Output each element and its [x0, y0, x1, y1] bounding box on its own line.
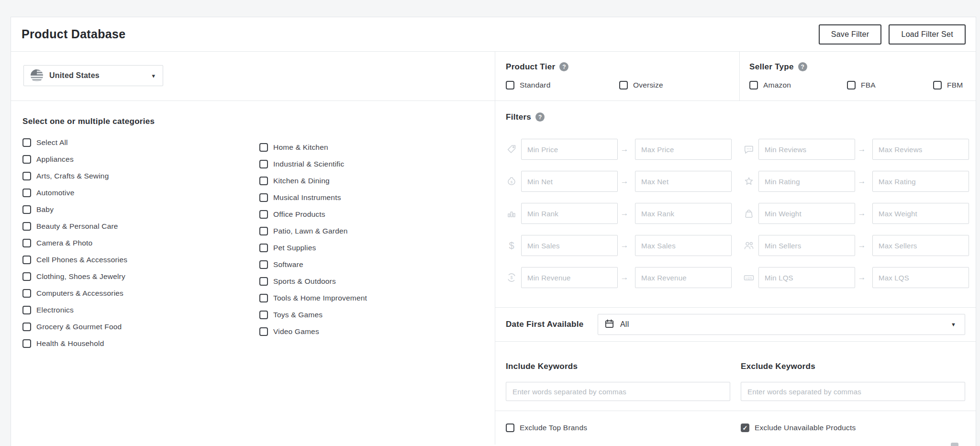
- tier-oversize-checkbox[interactable]: [619, 81, 628, 89]
- sales-filter-row: $ →: [506, 235, 728, 256]
- max-price-input[interactable]: [635, 139, 732, 160]
- max-reviews-input[interactable]: [872, 139, 969, 160]
- arrow-right-icon: →: [855, 145, 869, 154]
- category-checkbox-c2-5[interactable]: [259, 227, 268, 235]
- category-checkbox-12[interactable]: [22, 339, 31, 348]
- category-item-c2-0[interactable]: Home & Kitchen: [259, 143, 367, 152]
- save-filter-button[interactable]: Save Filter: [819, 24, 882, 45]
- category-item-7[interactable]: Cell Phones & Accessories: [22, 256, 259, 264]
- min-rank-input[interactable]: [521, 203, 618, 224]
- product-database-card: Product Database Save Filter Load Filter…: [11, 17, 976, 446]
- max-lqs-input[interactable]: [872, 267, 969, 288]
- category-checkbox-5[interactable]: [22, 222, 31, 231]
- category-item-8[interactable]: Clothing, Shoes & Jewelry: [22, 272, 259, 281]
- category-item-12[interactable]: Health & Household: [22, 339, 259, 348]
- keywords-block: Include Keywords Exclude Keywords: [495, 342, 976, 411]
- tier-oversize-option[interactable]: Oversize: [619, 81, 663, 89]
- category-checkbox-4[interactable]: [22, 205, 31, 214]
- category-checkbox-10[interactable]: [22, 306, 31, 314]
- max-revenue-input[interactable]: [635, 267, 732, 288]
- category-checkbox-c2-4[interactable]: [259, 210, 268, 219]
- category-item-c2-1[interactable]: Industrial & Scientific: [259, 160, 367, 168]
- min-weight-input[interactable]: [758, 203, 855, 224]
- category-checkbox-7[interactable]: [22, 256, 31, 264]
- include-keywords-group: Include Keywords: [506, 362, 730, 401]
- category-checkbox-2[interactable]: [22, 172, 31, 180]
- category-checkbox-3[interactable]: [22, 189, 31, 197]
- tier-standard-checkbox[interactable]: [506, 81, 514, 89]
- seller-fbm-checkbox[interactable]: [933, 81, 942, 89]
- min-price-input[interactable]: [521, 139, 618, 160]
- tier-standard-option[interactable]: Standard: [506, 81, 619, 89]
- help-icon[interactable]: ?: [798, 62, 807, 71]
- category-item-4[interactable]: Baby: [22, 205, 259, 214]
- load-filter-set-button[interactable]: Load Filter Set: [889, 24, 966, 45]
- help-icon[interactable]: ?: [559, 62, 568, 71]
- category-checkbox-c2-11[interactable]: [259, 327, 268, 336]
- category-checkbox-c2-1[interactable]: [259, 160, 268, 168]
- category-item-5[interactable]: Beauty & Personal Care: [22, 222, 259, 231]
- category-label: Cell Phones & Accessories: [36, 256, 127, 264]
- category-checkbox-c2-10[interactable]: [259, 311, 268, 319]
- exclude-keywords-input[interactable]: [741, 382, 965, 401]
- category-checkbox-0[interactable]: [22, 138, 31, 147]
- seller-fba-option[interactable]: FBA: [847, 81, 933, 89]
- min-rating-input[interactable]: [758, 171, 855, 192]
- category-item-6[interactable]: Camera & Photo: [22, 239, 259, 247]
- seller-fba-checkbox[interactable]: [847, 81, 856, 89]
- exclude-unavailable-products-checkbox[interactable]: [741, 424, 749, 432]
- max-rank-input[interactable]: [635, 203, 732, 224]
- category-checkbox-8[interactable]: [22, 272, 31, 281]
- date-first-available-select[interactable]: All ▼: [598, 314, 965, 335]
- seller-fbm-option[interactable]: FBM: [933, 81, 963, 89]
- category-checkbox-c2-6[interactable]: [259, 244, 268, 252]
- min-lqs-input[interactable]: [758, 267, 855, 288]
- seller-amazon-checkbox[interactable]: [749, 81, 758, 89]
- category-item-c2-2[interactable]: Kitchen & Dining: [259, 177, 367, 185]
- category-checkbox-9[interactable]: [22, 289, 31, 298]
- category-item-c2-7[interactable]: Software: [259, 260, 367, 269]
- category-item-9[interactable]: Computers & Accessories: [22, 289, 259, 298]
- category-item-c2-6[interactable]: Pet Supplies: [259, 244, 367, 252]
- category-item-0[interactable]: Select All: [22, 138, 259, 147]
- max-weight-input[interactable]: [872, 203, 969, 224]
- category-item-c2-10[interactable]: Toys & Games: [259, 311, 367, 319]
- category-item-c2-8[interactable]: Sports & Outdoors: [259, 277, 367, 286]
- category-item-11[interactable]: Grocery & Gourmet Food: [22, 323, 259, 331]
- category-checkbox-c2-2[interactable]: [259, 177, 268, 185]
- category-item-1[interactable]: Appliances: [22, 155, 259, 164]
- exclude-top-brands-option[interactable]: Exclude Top Brands: [506, 424, 730, 432]
- country-select[interactable]: United States ▾: [23, 65, 163, 86]
- exclude-unavailable-products-option[interactable]: Exclude Unavailable Products: [741, 424, 965, 432]
- category-item-c2-3[interactable]: Musical Instruments: [259, 193, 367, 202]
- net-filter-row: $ →: [506, 171, 728, 192]
- category-checkbox-1[interactable]: [22, 155, 31, 164]
- min-net-input[interactable]: [521, 171, 618, 192]
- min-reviews-input[interactable]: [758, 139, 855, 160]
- category-checkbox-c2-0[interactable]: [259, 143, 268, 152]
- category-item-c2-4[interactable]: Office Products: [259, 210, 367, 219]
- category-checkbox-c2-7[interactable]: [259, 260, 268, 269]
- seller-amazon-option[interactable]: Amazon: [749, 81, 847, 89]
- category-item-2[interactable]: Arts, Crafts & Sewing: [22, 172, 259, 180]
- category-item-c2-9[interactable]: Tools & Home Improvement: [259, 294, 367, 302]
- include-keywords-input[interactable]: [506, 382, 730, 401]
- help-icon[interactable]: ?: [535, 112, 545, 122]
- max-sellers-input[interactable]: [872, 235, 969, 256]
- exclude-top-brands-checkbox[interactable]: [506, 424, 514, 432]
- category-checkbox-c2-3[interactable]: [259, 193, 268, 202]
- category-item-c2-5[interactable]: Patio, Lawn & Garden: [259, 227, 367, 235]
- max-rating-input[interactable]: [872, 171, 969, 192]
- category-item-c2-11[interactable]: Video Games: [259, 327, 367, 336]
- min-revenue-input[interactable]: [521, 267, 618, 288]
- category-checkbox-c2-9[interactable]: [259, 294, 268, 302]
- category-item-10[interactable]: Electronics: [22, 306, 259, 314]
- category-item-3[interactable]: Automotive: [22, 189, 259, 197]
- min-sales-input[interactable]: [521, 235, 618, 256]
- category-checkbox-11[interactable]: [22, 323, 31, 331]
- min-sellers-input[interactable]: [758, 235, 855, 256]
- max-net-input[interactable]: [635, 171, 732, 192]
- max-sales-input[interactable]: [635, 235, 732, 256]
- category-checkbox-6[interactable]: [22, 239, 31, 247]
- category-checkbox-c2-8[interactable]: [259, 277, 268, 286]
